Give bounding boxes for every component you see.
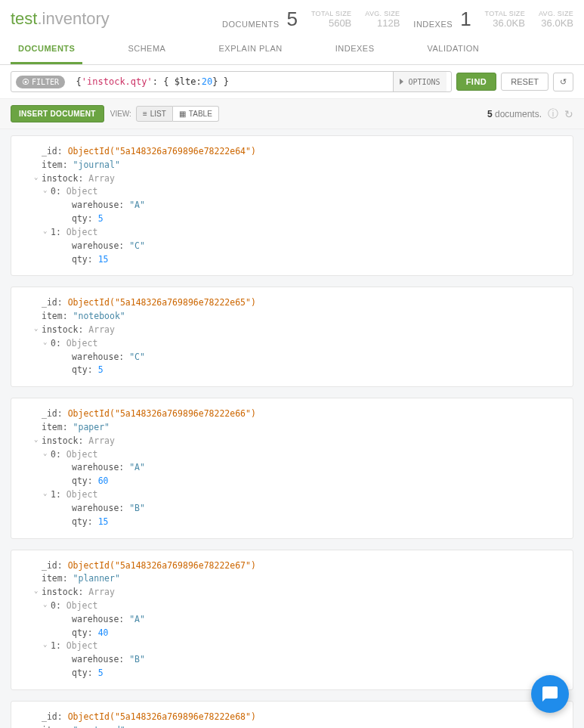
insert-document-button[interactable]: INSERT DOCUMENT (11, 105, 104, 122)
chevron-right-icon (400, 79, 403, 85)
document-card[interactable]: _id: ObjectId("5a148326a769896e78222e66"… (11, 398, 573, 538)
idx-total-size: 36.0KB (485, 17, 525, 29)
documents-label: DOCUMENTS (222, 20, 279, 29)
reset-button[interactable]: RESET (501, 73, 548, 91)
tab-validation[interactable]: VALIDATION (420, 33, 487, 64)
tab-explain-plan[interactable]: EXPLAIN PLAN (211, 33, 289, 64)
chat-icon (541, 685, 559, 703)
table-icon: ▦ (179, 110, 186, 118)
filter-chip: ⦿ FILTER (16, 76, 65, 88)
chat-fab[interactable] (531, 675, 569, 713)
document-card[interactable]: _id: ObjectId("5a148326a769896e78222e64"… (11, 135, 573, 276)
toolbar: INSERT DOCUMENT VIEW: ≡ LIST ▦ TABLE 5 d… (0, 99, 584, 129)
info-icon[interactable]: ⓘ (548, 107, 558, 121)
collection-stats: DOCUMENTS 5 TOTAL SIZE560B AVG. SIZE112B… (222, 9, 573, 29)
filter-input[interactable]: ⦿ FILTER { 'instock.qty': { $lte: 20 } }… (11, 71, 452, 92)
db-name: test (11, 9, 37, 28)
view-label: VIEW: (110, 110, 131, 118)
tab-documents[interactable]: DOCUMENTS (11, 33, 82, 64)
history-button[interactable]: ↺ (553, 73, 573, 91)
doc-total-size: 560B (311, 17, 351, 29)
list-icon: ≡ (143, 110, 147, 118)
header: test.inventory DOCUMENTS 5 TOTAL SIZE560… (0, 0, 584, 33)
options-button[interactable]: OPTIONS (393, 72, 446, 91)
filter-bar: ⦿ FILTER { 'instock.qty': { $lte: 20 } }… (0, 65, 584, 99)
idx-avg-size: 36.0KB (539, 17, 573, 29)
indexes-label: INDEXES (413, 20, 453, 29)
namespace-title: test.inventory (11, 9, 110, 29)
view-list-toggle[interactable]: ≡ LIST (136, 106, 173, 122)
document-card[interactable]: _id: ObjectId("5a148326a769896e78222e67"… (11, 550, 573, 690)
document-card[interactable]: _id: ObjectId("5a148326a769896e78222e68"… (11, 701, 573, 728)
view-table-toggle[interactable]: ▦ TABLE (173, 106, 219, 122)
document-list: _id: ObjectId("5a148326a769896e78222e64"… (0, 129, 584, 728)
document-card[interactable]: _id: ObjectId("5a148326a769896e78222e65"… (11, 287, 573, 387)
find-button[interactable]: FIND (456, 73, 497, 91)
documents-count: 5 (286, 9, 297, 29)
tab-bar: DOCUMENTS SCHEMA EXPLAIN PLAN INDEXES VA… (0, 33, 584, 65)
refresh-button[interactable]: ↻ (564, 108, 573, 120)
tab-schema[interactable]: SCHEMA (120, 33, 173, 64)
collection-name: inventory (42, 9, 110, 28)
doc-avg-size: 112B (365, 17, 400, 29)
history-icon: ↺ (560, 77, 567, 86)
result-count: 5 (487, 109, 493, 119)
tab-indexes[interactable]: INDEXES (328, 33, 382, 64)
indexes-count: 1 (460, 9, 471, 29)
